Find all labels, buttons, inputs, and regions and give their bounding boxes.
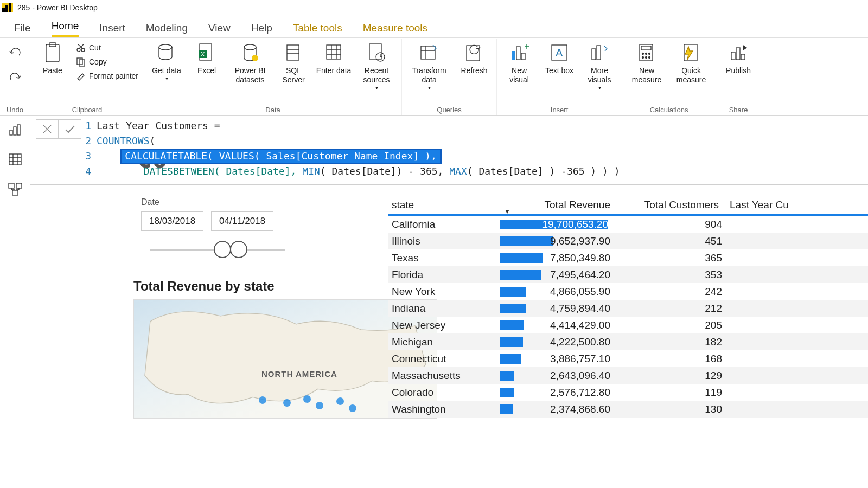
map-bubble[interactable] [283,399,291,407]
svg-rect-23 [592,49,596,60]
svg-rect-34 [731,52,735,60]
map-bubble[interactable] [336,397,344,405]
data-view-icon[interactable] [8,153,22,166]
svg-rect-17 [467,46,480,61]
redo-icon[interactable] [8,73,22,85]
table-row[interactable]: New York4,866,055.90242 [388,283,868,300]
text-box-button[interactable]: AText box [541,42,577,75]
enter-data-button[interactable]: Enter data [316,42,352,75]
revenue-bar [500,236,553,246]
table-row[interactable]: Washington2,374,868.60130 [388,401,868,418]
formula-max: MAX [449,165,467,177]
formula-cancel-button[interactable] [36,119,59,139]
table-row[interactable]: Michigan4,222,500.80182 [388,333,868,350]
window-title: 285 - Power BI Desktop [17,3,98,12]
svg-rect-13 [327,45,341,59]
revenue-bar [500,253,543,263]
table-row[interactable]: Illinois9,652,937.90451 [388,233,868,249]
revenue-table[interactable]: state Total Revenue▼ Total Customers Las… [388,197,868,418]
revenue-bar [500,270,541,280]
group-insert-label: Insert [551,106,569,115]
quick-measure-button[interactable]: Quick measure [671,42,711,85]
map-bubble[interactable] [349,404,356,412]
sql-server-button[interactable]: SQL Server [276,42,311,85]
map-bubble[interactable] [259,396,266,404]
tab-insert[interactable]: Insert [99,22,125,37]
formula-line-1: Last Year Customers = [97,118,220,133]
table-row[interactable]: Indiana4,759,894.40212 [388,300,868,317]
cell-revenue: 7,495,464.20 [500,269,614,281]
recent-icon [367,43,386,63]
svg-rect-43 [12,190,18,195]
publish-button[interactable]: Publish [720,42,756,75]
cell-revenue: 4,414,429.00 [500,319,614,331]
tab-measure-tools[interactable]: Measure tools [363,22,427,37]
report-view-icon[interactable] [8,124,22,137]
svg-rect-4 [77,58,82,65]
table-row[interactable]: Florida7,495,464.20353 [388,266,868,283]
date-from-input[interactable]: 18/03/2018 [141,211,203,231]
date-slider[interactable] [150,239,285,260]
cell-customers: 129 [614,370,722,382]
tab-home[interactable]: Home [52,20,79,37]
cell-state: New York [388,286,500,298]
transform-data-button[interactable]: Transform data▾ [406,42,452,91]
more-visuals-button[interactable]: More visuals▾ [582,42,617,91]
brush-icon [76,71,86,81]
get-data-label: Get data [152,66,181,75]
cell-revenue: 19,700,653.20 [500,219,614,230]
table-row[interactable]: California19,700,653.20904 [388,216,868,233]
tab-view[interactable]: View [208,22,231,37]
map-bubble[interactable] [303,395,311,403]
refresh-button[interactable]: Refresh [456,42,492,75]
new-measure-label: New measure [627,66,667,85]
format-painter-button[interactable]: Format painter [75,70,139,81]
col-state[interactable]: state [388,197,500,214]
undo-icon[interactable] [8,48,22,60]
get-data-button[interactable]: Get data▾ [149,42,184,82]
table-row[interactable]: Connecticut3,886,757.10168 [388,350,868,367]
recent-sources-button[interactable]: Recent sources▾ [356,42,397,91]
copy-button[interactable]: Copy [75,56,139,67]
table-row[interactable]: Texas7,850,349.80365 [388,249,868,266]
textbox-label: Text box [545,66,573,75]
transform-icon [419,43,439,63]
formula-editor[interactable]: Co 1Last Year Customers = 2COUNTROWS( 3 … [85,116,868,184]
table-row[interactable]: Massachusetts2,643,096.40129 [388,367,868,384]
new-visual-button[interactable]: New visual [501,42,537,85]
map-bubble[interactable] [316,402,323,409]
table-row[interactable]: New Jersey4,414,429.00205 [388,317,868,333]
tab-modeling[interactable]: Modeling [146,22,188,37]
tab-help[interactable]: Help [251,22,272,37]
col-last-year[interactable]: Last Year Cu [722,197,868,214]
cell-revenue: 9,652,937.90 [500,235,614,247]
table-row[interactable]: Colorado2,576,712.80119 [388,384,868,401]
slider-thumb-from[interactable] [214,241,231,258]
svg-point-29 [649,53,650,55]
grid-icon [324,43,343,63]
cut-button[interactable]: Cut [75,42,139,53]
excel-button[interactable]: XExcel [189,42,225,75]
svg-rect-38 [14,127,16,135]
cell-customers: 451 [614,235,722,247]
tab-table-tools[interactable]: Table tools [293,22,342,37]
slider-thumb-to[interactable] [230,241,247,258]
formula-commit-button[interactable] [59,119,81,139]
col-customers[interactable]: Total Customers [614,197,722,214]
formula-min: MIN [302,165,320,177]
cell-revenue: 7,850,349.80 [500,252,614,264]
group-data-label: Data [265,106,280,115]
formula-paren: ( [150,135,156,146]
new-measure-button[interactable]: New measure [627,42,667,85]
date-to-input[interactable]: 04/11/2018 [211,211,273,231]
paste-button[interactable]: Paste [35,42,71,75]
formula-bar: Co 1Last Year Customers = 2COUNTROWS( 3 … [30,116,868,185]
pbi-datasets-button[interactable]: Power BI datasets [229,42,271,85]
group-clipboard-label: Clipboard [72,106,103,115]
cell-revenue: 2,576,712.80 [500,387,614,399]
col-revenue[interactable]: Total Revenue▼ [500,197,614,214]
cell-state: Connecticut [388,353,500,365]
tab-file[interactable]: File [14,22,31,37]
model-view-icon[interactable] [8,182,23,196]
cell-customers: 182 [614,336,722,348]
